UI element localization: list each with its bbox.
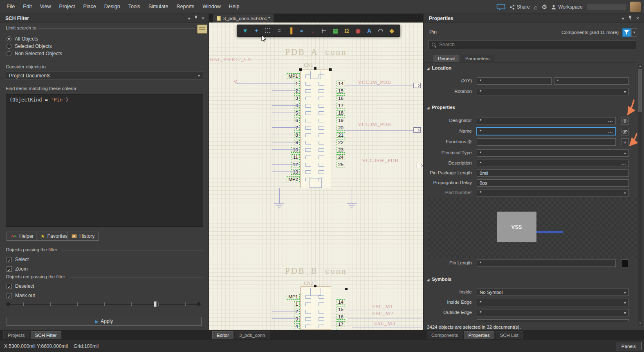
tab-properties[interactable]: Properties [464,331,494,339]
spinner[interactable] [624,191,626,194]
pin-4[interactable]: 4 [294,103,300,108]
history-button[interactable]: History [67,232,99,241]
pin-16[interactable]: 16 [337,95,345,101]
rotation-dropdown[interactable]: * [477,88,629,95]
place-part-icon[interactable]: + [252,25,261,36]
outside-edge-dropdown[interactable]: * [477,309,629,316]
pin-icon[interactable]: ◆ [387,25,396,36]
pin-2[interactable]: 2 [294,88,300,94]
menu-file[interactable]: File [2,0,19,14]
tab-parameters[interactable]: Parameters [461,55,494,62]
electrical-type-dropdown[interactable]: * [477,149,629,157]
close-icon[interactable] [200,16,206,22]
apply-button[interactable]: Apply [7,317,202,326]
align-icon[interactable]: ≡ [274,25,283,36]
filter-icon[interactable]: ▼ [241,25,250,36]
menu-reports[interactable]: Reports [173,0,199,14]
selection-handle[interactable] [299,68,302,71]
menu-view[interactable]: View [36,0,55,14]
menu-help[interactable]: Help [225,0,244,14]
section-location[interactable]: Location [427,65,451,70]
designator-visibility-button[interactable] [621,117,629,125]
pin-b-3[interactable]: 3 [294,316,300,322]
pin-5[interactable]: 5 [294,110,300,116]
document-selector-icon[interactable] [197,25,207,34]
selection-handle[interactable] [314,67,316,70]
pin-icon[interactable] [627,16,633,22]
x-field[interactable]: * [477,77,552,85]
home-icon[interactable]: ⌂ [534,4,538,11]
measure-icon[interactable]: ⊢ [320,25,329,36]
pin-b-4[interactable]: 4 [294,323,300,329]
tab-projects[interactable]: Projects [3,331,29,339]
package-length-field[interactable]: 0mil [477,169,629,177]
panels-button[interactable]: Panels [616,342,642,350]
ellipsis-button[interactable] [622,161,626,166]
pin-14[interactable]: 14 [337,81,345,86]
scrollbar-thumb[interactable] [638,69,642,112]
name-visibility-button[interactable] [621,128,629,135]
filter-dropdown-button[interactable] [631,28,637,37]
pin-22[interactable]: 22 [337,140,345,145]
pin-10[interactable]: 10 [291,147,300,153]
port-symbol[interactable] [413,83,421,88]
mask-level-slider[interactable] [7,300,200,308]
checkbox-zoom[interactable]: Zoom [7,266,28,272]
pin-15[interactable]: 15 [337,88,345,94]
add-function-button[interactable] [621,138,629,146]
schematic-canvas[interactable]: ▼+≡▐≈↓⊢▦Ω◉A◠◆ PDB_A conn CN1 BAT_PWR17_C… [209,23,423,330]
pin-b-MP1[interactable]: MP1 [287,294,300,300]
slider-thumb[interactable] [154,301,157,307]
net-label-bat-pwr17-cn[interactable]: BAT_PWR17_CN [210,56,252,63]
comment-icon[interactable] [496,4,505,11]
part-number-field[interactable]: * [477,189,629,196]
ohm-icon[interactable]: Ω [342,25,351,36]
pin-20[interactable]: 20 [337,125,345,131]
filter-funnel-button[interactable] [622,28,631,37]
scope-dropdown[interactable]: Project Documents [6,72,203,79]
pin-8[interactable]: 8 [294,132,300,138]
tab-doc-name[interactable]: 3_pdb_conn [235,331,269,339]
ellipsis-button[interactable] [608,129,613,134]
pin-18[interactable]: 18 [337,110,345,116]
description-field[interactable]: * [477,160,629,167]
probe-icon[interactable]: ↓ [308,25,317,36]
propagation-delay-field[interactable]: 0ps [477,179,629,187]
section-properties[interactable]: Properties [427,105,455,110]
tab-general[interactable]: General [433,55,459,62]
gear-icon[interactable]: ⚙ [542,3,547,11]
helper-button[interactable]: Helper [7,232,38,241]
bus-icon[interactable]: ▐ [286,25,295,36]
inside-edge-dropdown[interactable]: * [477,299,629,306]
net-label-esc-m2[interactable]: ESC_M2 [372,310,393,317]
port-symbol[interactable] [417,163,423,168]
tab-editor[interactable]: Editor [212,331,233,339]
share-button[interactable]: Share [509,4,530,10]
port-symbol[interactable] [413,127,421,133]
menu-project[interactable]: Project [55,0,79,14]
checkbox-mask-out[interactable]: Mask out [7,293,35,298]
pin-icon[interactable] [193,16,199,22]
pin-11[interactable]: 11 [292,154,300,160]
selection-handle[interactable] [345,288,348,290]
pin-b-16[interactable]: 16 [337,314,345,320]
name-field[interactable]: * [477,128,616,135]
functions-field[interactable] [477,138,616,146]
menu-window[interactable]: Window [198,0,224,14]
menu-place[interactable]: Place [79,0,100,14]
checkbox-deselect[interactable]: Deselect [7,283,34,289]
scrollbar[interactable] [638,64,642,325]
selection-handle[interactable] [329,68,332,71]
pin-MP2[interactable]: MP2 [287,176,300,182]
menu-simulate[interactable]: Simulate [144,0,173,14]
avatar[interactable] [630,2,641,12]
doc-tab[interactable]: 3_pdb_conn.SchDoc * [213,14,274,23]
ellipsis-button[interactable] [608,118,613,123]
radio-all-objects[interactable]: All Objects [7,36,38,42]
net-label-vcc3m-pdb[interactable]: VCC3M_PDB [358,121,391,128]
menu-edit[interactable]: Edit [19,0,36,14]
pin-24[interactable]: 24 [337,154,345,160]
signal-icon[interactable]: ≈ [297,25,306,36]
section-symbols[interactable]: Symbols [427,277,451,282]
pin-9[interactable]: 9 [294,140,300,145]
